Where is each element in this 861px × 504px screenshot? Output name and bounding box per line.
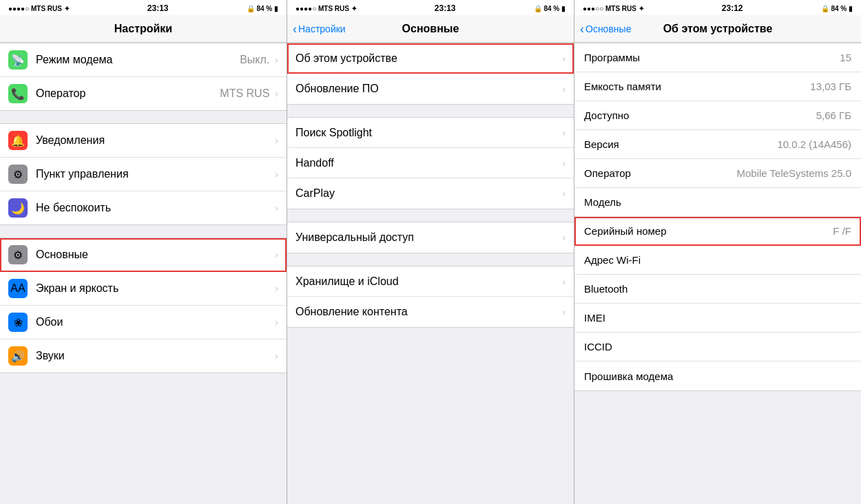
list-item-3[interactable]: 🔔 Уведомления › (0, 124, 287, 158)
list-item-4[interactable]: Handoff › (287, 148, 574, 178)
list-item-0[interactable]: Об этом устройстве › (287, 43, 574, 74)
list-item-1[interactable]: 📞 Оператор MTS RUS › (0, 77, 287, 110)
list-group-7: ⚙ Основные › AA Экран и яркость › ❀ Обои… (0, 238, 287, 373)
item-label: Экран и яркость (36, 282, 272, 295)
status-left: ●●●●○ MTS RUS ✦ (8, 5, 70, 12)
chevron-icon: › (562, 188, 566, 199)
info-label: ICCID (584, 341, 851, 353)
info-label: Адрес Wi-Fi (584, 254, 851, 266)
info-value: F /F (833, 225, 851, 237)
list-item-0[interactable]: 📡 Режим модема Выкл. › (0, 43, 287, 77)
list-group-9: Хранилище и iCloud › Обновление контента… (287, 266, 574, 328)
info-label: Bluetooth (584, 283, 851, 295)
list-item-9[interactable]: Хранилище и iCloud › (287, 266, 574, 297)
section-gap (287, 209, 574, 222)
info-row-10: ICCID (574, 333, 861, 361)
status-left: ●●●●○ MTS RUS ✦ (295, 5, 357, 12)
nav-bar: ‹ Основные Об этом устройстве (574, 15, 861, 43)
item-icon: ❀ (8, 313, 28, 332)
list-item-9[interactable]: ❀ Обои › (0, 306, 287, 339)
content-area: 📡 Режим модема Выкл. › 📞 Оператор MTS RU… (0, 43, 287, 504)
item-label: CarPlay (295, 187, 559, 200)
info-row-3: Версия 10.0.2 (14A456) (574, 130, 861, 159)
status-bar: ●●●●○ MTS RUS ✦ 23:13 🔒 84 % ▮ (0, 0, 287, 15)
list-item-7[interactable]: ⚙ Основные › (0, 238, 287, 272)
phone-2: ●●●●○ MTS RUS ✦ 23:13 🔒 84 % ▮ ‹ Настрой… (287, 0, 574, 504)
item-label: Обои (36, 316, 272, 328)
item-label: Режим модема (36, 54, 240, 66)
chevron-icon: › (275, 317, 278, 328)
list-item-8[interactable]: AA Экран и яркость › (0, 272, 287, 306)
content-area: Об этом устройстве › Обновление ПО › Пои… (287, 43, 574, 504)
item-icon: AA (8, 279, 28, 298)
info-label: Серийный номер (584, 225, 833, 237)
item-label: Обновление ПО (295, 83, 559, 95)
list-item-10[interactable]: 🔊 Звуки › (0, 339, 287, 372)
item-label: Обновление контента (295, 306, 559, 318)
info-label: IMEI (584, 312, 851, 324)
chevron-icon: › (275, 202, 278, 213)
item-label: Универсальный доступ (295, 231, 559, 244)
item-label: Звуки (36, 350, 272, 362)
content-area: Программы 15 Емкость памяти 13,03 ГБ Дос… (574, 43, 861, 504)
info-value: 13,03 ГБ (810, 81, 851, 92)
list-item-4[interactable]: ⚙ Пункт управления › (0, 158, 287, 191)
info-row-11: Прошивка модема (574, 361, 861, 390)
status-time: 23:12 (722, 3, 743, 13)
chevron-icon: › (562, 83, 566, 94)
info-group: Программы 15 Емкость памяти 13,03 ГБ Дос… (574, 43, 861, 391)
list-item-1[interactable]: Обновление ПО › (287, 74, 574, 104)
item-label: Поиск Spotlight (295, 127, 559, 139)
list-group-3: 🔔 Уведомления › ⚙ Пункт управления › 🌙 Н… (0, 123, 287, 225)
nav-back-button[interactable]: ‹ Основные (580, 23, 631, 35)
item-label: Не беспокоить (36, 202, 272, 214)
item-label: Основные (36, 249, 272, 261)
list-item-7[interactable]: Универсальный доступ › (287, 222, 574, 253)
info-label: Модель (584, 196, 851, 208)
info-label: Оператор (584, 167, 737, 179)
chevron-icon: › (275, 88, 278, 99)
chevron-icon: › (275, 249, 278, 260)
chevron-icon: › (562, 158, 566, 169)
chevron-icon: › (275, 169, 278, 180)
item-icon: 📡 (8, 50, 28, 70)
chevron-icon: › (562, 276, 566, 287)
list-item-10[interactable]: Обновление контента › (287, 297, 574, 327)
list-group-3: Поиск Spotlight › Handoff › CarPlay › (287, 117, 574, 209)
info-row-5: Модель (574, 188, 861, 217)
item-icon: 🔔 (8, 131, 28, 150)
info-value: Mobile TeleSystems 25.0 (737, 167, 851, 179)
chevron-icon: › (562, 306, 566, 317)
chevron-icon: › (562, 127, 566, 138)
status-left: ●●●○○ MTS RUS ✦ (583, 5, 644, 12)
list-item-5[interactable]: 🌙 Не беспокоить › (0, 191, 287, 224)
info-row-1: Емкость памяти 13,03 ГБ (574, 72, 861, 101)
nav-title: Об этом устройстве (663, 23, 773, 35)
info-row-9: IMEI (574, 304, 861, 333)
chevron-icon: › (275, 283, 278, 294)
nav-back-label: Основные (585, 23, 631, 34)
status-bar: ●●●○○ MTS RUS ✦ 23:12 🔒 84 % ▮ (574, 0, 861, 15)
item-value: Выкл. (240, 54, 269, 66)
list-item-3[interactable]: Поиск Spotlight › (287, 118, 574, 148)
list-group-7: Универсальный доступ › (287, 222, 574, 253)
phone-3: ●●●○○ MTS RUS ✦ 23:12 🔒 84 % ▮ ‹ Основны… (574, 0, 861, 504)
info-value: 15 (840, 52, 851, 63)
status-time: 23:13 (435, 3, 456, 13)
item-value: MTS RUS (220, 87, 269, 100)
item-icon: 🌙 (8, 198, 28, 218)
list-item-5[interactable]: CarPlay › (287, 178, 574, 209)
list-group-0: Об этом устройстве › Обновление ПО › (287, 43, 574, 105)
chevron-icon: › (275, 135, 278, 146)
list-group-0: 📡 Режим модема Выкл. › 📞 Оператор MTS RU… (0, 43, 287, 111)
nav-back-button[interactable]: ‹ Настройки (293, 23, 346, 35)
nav-title: Настройки (114, 23, 172, 35)
item-label: Handoff (295, 157, 559, 169)
phones-container: ●●●●○ MTS RUS ✦ 23:13 🔒 84 % ▮ Настройки… (0, 0, 861, 504)
chevron-icon: › (275, 54, 278, 65)
section-gap (0, 111, 287, 123)
info-label: Прошивка модема (584, 370, 851, 382)
status-time: 23:13 (147, 3, 169, 13)
status-right: 🔒 84 % ▮ (534, 5, 566, 12)
nav-bar: Настройки (0, 15, 287, 43)
